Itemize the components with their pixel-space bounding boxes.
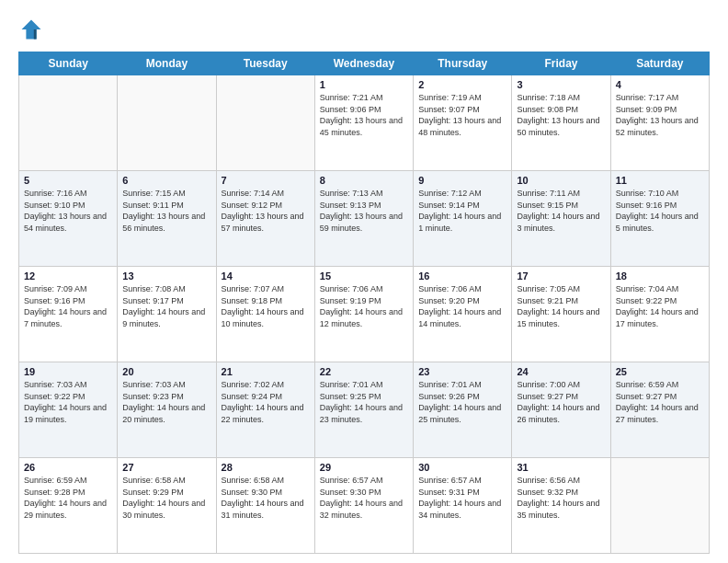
svg-marker-0 [22,20,41,40]
day-number: 10 [517,175,605,186]
calendar-cell: 12Sunrise: 7:09 AMSunset: 9:16 PMDayligh… [19,267,118,362]
day-info: Sunrise: 6:57 AMSunset: 9:31 PMDaylight:… [418,475,506,521]
day-info: Sunrise: 7:07 AMSunset: 9:18 PMDaylight:… [222,283,310,329]
day-number: 22 [320,366,408,377]
calendar-cell: 25Sunrise: 6:59 AMSunset: 9:27 PMDayligh… [610,362,709,458]
day-number: 3 [517,79,605,90]
day-number: 24 [517,366,605,377]
calendar-cell: 18Sunrise: 7:04 AMSunset: 9:22 PMDayligh… [610,267,709,362]
calendar-cell: 17Sunrise: 7:05 AMSunset: 9:21 PMDayligh… [512,267,610,362]
day-number: 23 [418,366,506,377]
calendar-cell: 11Sunrise: 7:10 AMSunset: 9:16 PMDayligh… [610,171,709,267]
calendar-week-1: 1Sunrise: 7:21 AMSunset: 9:06 PMDaylight… [19,75,710,171]
calendar-cell: 5Sunrise: 7:16 AMSunset: 9:10 PMDaylight… [19,171,118,267]
day-info: Sunrise: 7:14 AMSunset: 9:12 PMDaylight:… [222,188,310,234]
day-number: 29 [320,462,408,473]
calendar-cell: 10Sunrise: 7:11 AMSunset: 9:15 PMDayligh… [512,171,610,267]
day-info: Sunrise: 7:15 AMSunset: 9:11 PMDaylight:… [122,188,210,234]
calendar-cell: 30Sunrise: 6:57 AMSunset: 9:31 PMDayligh… [414,458,512,554]
calendar-week-5: 26Sunrise: 6:59 AMSunset: 9:28 PMDayligh… [19,458,710,554]
calendar-cell [216,75,314,171]
day-number: 6 [122,175,210,186]
day-header-thursday: Thursday [414,52,512,75]
calendar-cell [19,75,118,171]
calendar-cell: 15Sunrise: 7:06 AMSunset: 9:19 PMDayligh… [314,267,413,362]
day-info: Sunrise: 7:06 AMSunset: 9:19 PMDaylight:… [320,283,408,329]
day-header-wednesday: Wednesday [314,52,413,75]
day-info: Sunrise: 7:03 AMSunset: 9:22 PMDaylight:… [24,379,112,425]
calendar-cell: 6Sunrise: 7:15 AMSunset: 9:11 PMDaylight… [118,171,216,267]
day-number: 13 [122,270,210,282]
calendar-table: SundayMondayTuesdayWednesdayThursdayFrid… [18,52,710,554]
day-header-sunday: Sunday [19,52,118,75]
day-info: Sunrise: 7:16 AMSunset: 9:10 PMDaylight:… [24,188,112,234]
day-info: Sunrise: 7:01 AMSunset: 9:26 PMDaylight:… [418,379,506,425]
day-number: 19 [24,366,112,377]
day-number: 12 [24,270,112,282]
day-header-saturday: Saturday [610,52,709,75]
day-number: 4 [616,79,704,90]
calendar-cell: 7Sunrise: 7:14 AMSunset: 9:12 PMDaylight… [216,171,314,267]
day-number: 8 [320,175,408,186]
day-info: Sunrise: 7:18 AMSunset: 9:08 PMDaylight:… [517,92,605,138]
day-info: Sunrise: 7:04 AMSunset: 9:22 PMDaylight:… [616,283,704,329]
day-number: 1 [320,79,408,90]
day-info: Sunrise: 7:21 AMSunset: 9:06 PMDaylight:… [320,92,408,138]
day-number: 27 [122,462,210,473]
day-number: 11 [616,175,704,186]
day-number: 15 [320,270,408,282]
day-info: Sunrise: 6:59 AMSunset: 9:27 PMDaylight:… [616,379,704,425]
calendar-cell: 3Sunrise: 7:18 AMSunset: 9:08 PMDaylight… [512,75,610,171]
day-info: Sunrise: 7:10 AMSunset: 9:16 PMDaylight:… [616,188,704,234]
day-number: 28 [222,462,310,473]
calendar-cell: 27Sunrise: 6:58 AMSunset: 9:29 PMDayligh… [118,458,216,554]
calendar-cell: 28Sunrise: 6:58 AMSunset: 9:30 PMDayligh… [216,458,314,554]
day-header-tuesday: Tuesday [216,52,314,75]
day-number: 7 [222,175,310,186]
calendar-cell: 14Sunrise: 7:07 AMSunset: 9:18 PMDayligh… [216,267,314,362]
calendar-cell: 1Sunrise: 7:21 AMSunset: 9:06 PMDaylight… [314,75,413,171]
day-number: 2 [418,79,506,90]
day-info: Sunrise: 7:11 AMSunset: 9:15 PMDaylight:… [517,188,605,234]
calendar-cell: 13Sunrise: 7:08 AMSunset: 9:17 PMDayligh… [118,267,216,362]
day-number: 5 [24,175,112,186]
day-info: Sunrise: 7:09 AMSunset: 9:16 PMDaylight:… [24,283,112,329]
calendar-cell: 22Sunrise: 7:01 AMSunset: 9:25 PMDayligh… [314,362,413,458]
day-info: Sunrise: 7:19 AMSunset: 9:07 PMDaylight:… [418,92,506,138]
day-info: Sunrise: 7:00 AMSunset: 9:27 PMDaylight:… [517,379,605,425]
day-info: Sunrise: 7:17 AMSunset: 9:09 PMDaylight:… [616,92,704,138]
day-number: 30 [418,462,506,473]
day-info: Sunrise: 7:06 AMSunset: 9:20 PMDaylight:… [418,283,506,329]
logo-icon [18,17,44,42]
calendar-cell [610,458,709,554]
day-info: Sunrise: 7:01 AMSunset: 9:25 PMDaylight:… [320,379,408,425]
calendar-cell: 8Sunrise: 7:13 AMSunset: 9:13 PMDaylight… [314,171,413,267]
logo [18,17,48,42]
day-info: Sunrise: 7:08 AMSunset: 9:17 PMDaylight:… [122,283,210,329]
header [18,17,710,42]
calendar-week-4: 19Sunrise: 7:03 AMSunset: 9:22 PMDayligh… [19,362,710,458]
day-number: 25 [616,366,704,377]
calendar-cell: 21Sunrise: 7:02 AMSunset: 9:24 PMDayligh… [216,362,314,458]
calendar-cell: 2Sunrise: 7:19 AMSunset: 9:07 PMDaylight… [414,75,512,171]
day-number: 26 [24,462,112,473]
day-info: Sunrise: 6:59 AMSunset: 9:28 PMDaylight:… [24,475,112,521]
day-info: Sunrise: 6:58 AMSunset: 9:30 PMDaylight:… [222,475,310,521]
day-info: Sunrise: 6:56 AMSunset: 9:32 PMDaylight:… [517,475,605,521]
page: SundayMondayTuesdayWednesdayThursdayFrid… [0,0,728,563]
day-number: 21 [222,366,310,377]
calendar-cell: 24Sunrise: 7:00 AMSunset: 9:27 PMDayligh… [512,362,610,458]
day-info: Sunrise: 7:13 AMSunset: 9:13 PMDaylight:… [320,188,408,234]
day-info: Sunrise: 7:12 AMSunset: 9:14 PMDaylight:… [418,188,506,234]
day-info: Sunrise: 7:02 AMSunset: 9:24 PMDaylight:… [222,379,310,425]
day-number: 9 [418,175,506,186]
day-number: 14 [222,270,310,282]
day-number: 18 [616,270,704,282]
calendar-cell [118,75,216,171]
day-header-monday: Monday [118,52,216,75]
day-number: 20 [122,366,210,377]
day-info: Sunrise: 7:03 AMSunset: 9:23 PMDaylight:… [122,379,210,425]
calendar-cell: 31Sunrise: 6:56 AMSunset: 9:32 PMDayligh… [512,458,610,554]
calendar-week-2: 5Sunrise: 7:16 AMSunset: 9:10 PMDaylight… [19,171,710,267]
day-info: Sunrise: 6:57 AMSunset: 9:30 PMDaylight:… [320,475,408,521]
